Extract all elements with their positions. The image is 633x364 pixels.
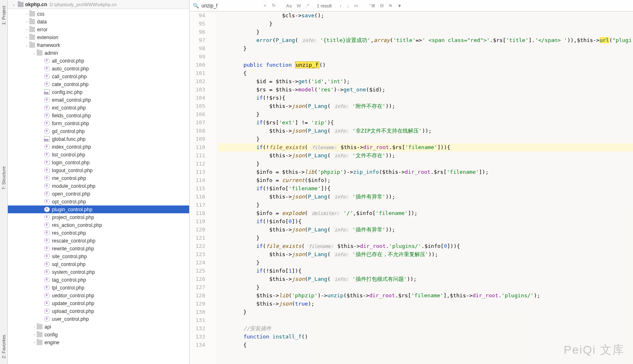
- php-file-icon: [44, 261, 50, 267]
- toggle-selection-icon[interactable]: ≋: [387, 3, 394, 8]
- find-bar: 🔍 × ↻ Aa W .* 1 result ↑ ↓ ▭ ⁺⊞ ⊟ ≋ ▼: [190, 0, 633, 12]
- tree-file[interactable]: site_control.php: [8, 252, 189, 260]
- tree-item-label: rescate_control.php: [52, 238, 95, 244]
- code-editor[interactable]: 9495969798991001011021031041051061071081…: [190, 12, 633, 364]
- tree-file[interactable]: cate_control.php: [8, 80, 189, 88]
- match-case-toggle[interactable]: Aa: [285, 3, 293, 8]
- rail-tab-structure[interactable]: 7: Structure: [0, 164, 7, 192]
- php-file-icon: [44, 66, 50, 71]
- tree-file[interactable]: sql_control.php: [8, 260, 189, 268]
- tree-folder[interactable]: ›error: [8, 26, 189, 33]
- tree-file[interactable]: call_control.php: [8, 72, 189, 80]
- remove-selection-icon[interactable]: ⊟: [379, 3, 385, 8]
- rail-tab-favorites[interactable]: 2: Favorites: [0, 332, 7, 361]
- tree-item-label: plugin_control.php: [52, 207, 92, 212]
- php-file-icon: [44, 238, 50, 243]
- rail-tab-project[interactable]: 1: Project: [0, 3, 7, 27]
- tree-file[interactable]: tag_control.php: [8, 276, 189, 284]
- project-header[interactable]: ⌄ okphp.cn D:\phpstudy_pro\WWW\okphp.cn: [8, 0, 189, 9]
- tree-file[interactable]: gd_control.php: [8, 127, 189, 135]
- tree-file[interactable]: me_control.php: [8, 174, 189, 182]
- tree-item-label: upload_control.php: [52, 308, 94, 314]
- words-toggle[interactable]: W: [295, 3, 302, 8]
- tree-item-label: project_control.php: [52, 215, 94, 220]
- php-file-icon: [44, 191, 50, 196]
- tree-file[interactable]: plugin_control.php: [8, 205, 189, 213]
- tree-file[interactable]: res_control.php: [8, 229, 189, 237]
- chevron-right-icon: ›: [32, 325, 37, 329]
- tree-folder[interactable]: ›config: [8, 331, 189, 338]
- tree-file[interactable]: global.func.php: [8, 135, 189, 143]
- php-file-icon: [44, 136, 50, 142]
- tree-file[interactable]: res_action_control.php: [8, 221, 189, 229]
- php-file-icon: [44, 183, 50, 189]
- tree-file[interactable]: ueditor_control.php: [8, 292, 189, 299]
- tree-file[interactable]: login_control.php: [8, 159, 189, 166]
- tree-file[interactable]: ext_control.php: [8, 104, 189, 112]
- tree-file[interactable]: system_control.php: [8, 268, 189, 276]
- tree-item-label: auto_control.php: [52, 66, 89, 72]
- tree-file[interactable]: project_control.php: [8, 213, 189, 221]
- tree-item-label: framework: [37, 42, 60, 48]
- find-result-count: 1 result: [317, 3, 332, 8]
- php-file-icon: [44, 207, 50, 212]
- php-file-icon: [44, 293, 50, 298]
- folder-icon: [37, 50, 42, 56]
- tree-file[interactable]: list_control.php: [8, 151, 189, 159]
- tree-file[interactable]: all_control.php: [8, 57, 189, 65]
- php-file-icon: [44, 121, 50, 126]
- php-file-icon: [44, 105, 50, 110]
- tree-folder[interactable]: ›data: [8, 18, 189, 26]
- add-selection-icon[interactable]: ⁺⊞: [368, 3, 376, 8]
- prev-match-icon[interactable]: ↑: [338, 3, 343, 8]
- tree-folder[interactable]: ›extension: [8, 33, 189, 41]
- find-input[interactable]: [202, 3, 259, 9]
- tree-item-label: user_control.php: [52, 316, 89, 322]
- clear-search-icon[interactable]: ×: [262, 2, 268, 9]
- tree-item-label: gd_control.php: [52, 128, 84, 134]
- tree-item-label: config.inc.php: [52, 89, 82, 95]
- tree-file[interactable]: rescate_control.php: [8, 237, 189, 245]
- php-file-icon: [44, 246, 50, 251]
- tree-file[interactable]: fields_control.php: [8, 112, 189, 119]
- chevron-right-icon: ›: [32, 333, 37, 337]
- tree-file[interactable]: upload_control.php: [8, 307, 189, 315]
- tree-file[interactable]: open_control.php: [8, 190, 189, 198]
- tree-folder[interactable]: ›engine: [8, 338, 189, 346]
- tree-folder[interactable]: ⌄admin: [8, 49, 189, 57]
- tree-file[interactable]: logout_control.php: [8, 166, 189, 174]
- tree-item-label: tag_control.php: [52, 277, 86, 283]
- history-icon[interactable]: ↻: [271, 3, 277, 8]
- regex-toggle[interactable]: .*: [305, 3, 310, 8]
- tree-item-label: fields_control.php: [52, 113, 91, 119]
- tree-file[interactable]: tpl_control.php: [8, 284, 189, 292]
- select-all-icon[interactable]: ▭: [353, 3, 359, 8]
- project-root-path: D:\phpstudy_pro\WWW\okphp.cn: [49, 2, 117, 7]
- tree-file[interactable]: auto_control.php: [8, 65, 189, 72]
- next-match-icon[interactable]: ↓: [345, 3, 350, 8]
- tree-file[interactable]: opt_control.php: [8, 198, 189, 205]
- folder-icon: [29, 27, 35, 32]
- code-content[interactable]: $cls->save(); } } error(P_Lang( info: '{…: [216, 12, 633, 364]
- folder-icon: [37, 340, 42, 345]
- tree-file[interactable]: module_control.php: [8, 182, 189, 190]
- project-panel: ⌄ okphp.cn D:\phpstudy_pro\WWW\okphp.cn …: [8, 0, 190, 364]
- tree-file[interactable]: update_control.php: [8, 299, 189, 307]
- php-file-icon: [44, 168, 50, 173]
- tree-file[interactable]: user_control.php: [8, 315, 189, 323]
- tree-file[interactable]: rewrite_control.php: [8, 245, 189, 252]
- php-file-icon: [44, 58, 50, 63]
- tree-folder[interactable]: ›css: [8, 10, 189, 18]
- tree-file[interactable]: index_control.php: [8, 143, 189, 151]
- chevron-right-icon: ›: [32, 341, 37, 345]
- tree-item-label: update_control.php: [52, 301, 94, 306]
- file-tree[interactable]: ›css›data›error›extension⌄framework⌄admi…: [8, 9, 189, 364]
- tree-file[interactable]: form_control.php: [8, 119, 189, 127]
- tree-file[interactable]: email_control.php: [8, 96, 189, 104]
- php-file-icon: [44, 308, 50, 314]
- tree-folder[interactable]: ›api: [8, 323, 189, 331]
- filter-icon[interactable]: ▼: [396, 3, 403, 8]
- tree-folder[interactable]: ⌄framework: [8, 41, 189, 49]
- php-file-icon: [44, 199, 50, 204]
- tree-file[interactable]: config.inc.php: [8, 88, 189, 96]
